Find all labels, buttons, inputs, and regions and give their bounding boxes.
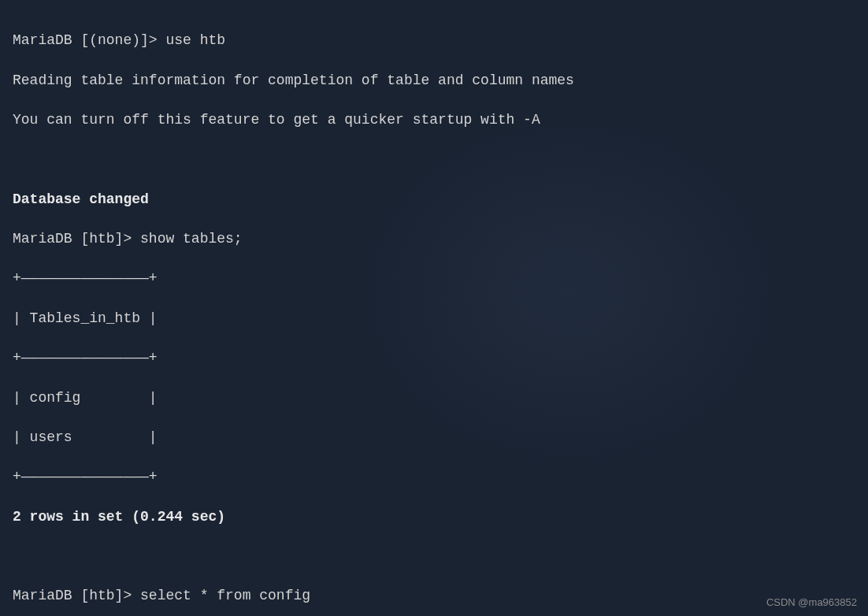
prompt: MariaDB [htb]>	[13, 588, 140, 603]
table-border: +———————————————+	[13, 269, 855, 288]
prompt: MariaDB [(none)]>	[13, 32, 165, 48]
table-row: | config |	[13, 388, 855, 408]
blank-line	[13, 547, 855, 566]
status-line: Database changed	[13, 190, 855, 210]
info-line: Reading table information for completion…	[13, 71, 855, 91]
terminal-output[interactable]: MariaDB [(none)]> use htb Reading table …	[13, 11, 855, 616]
prompt-line: MariaDB [htb]> select * from config	[13, 586, 855, 606]
command-text: select * from config	[140, 588, 310, 603]
table-border: +———————————————+	[13, 348, 855, 368]
info-line: You can turn off this feature to get a q…	[13, 110, 855, 130]
prompt-line: MariaDB [htb]> show tables;	[13, 229, 855, 249]
blank-line	[13, 150, 855, 169]
command-text: use htb	[165, 32, 225, 48]
watermark-text: CSDN @ma963852	[766, 596, 857, 610]
command-text: show tables;	[140, 231, 243, 247]
table-header: | Tables_in_htb |	[13, 309, 855, 328]
prompt-line: MariaDB [(none)]> use htb	[13, 31, 855, 50]
status-line: 2 rows in set (0.244 sec)	[13, 507, 855, 527]
prompt: MariaDB [htb]>	[13, 231, 140, 247]
table-row: | users |	[13, 428, 855, 447]
table-border: +———————————————+	[13, 467, 855, 487]
